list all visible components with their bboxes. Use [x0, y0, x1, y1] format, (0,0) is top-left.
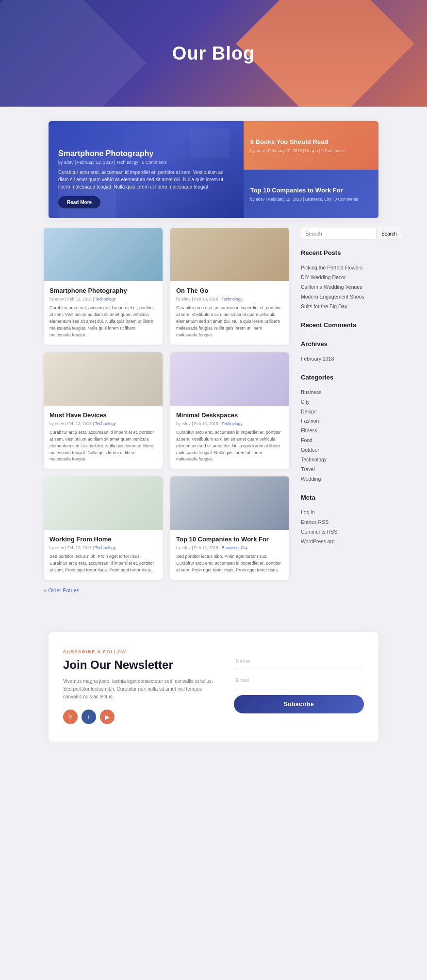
post-excerpt-minimal-deskspaces: Curabitur arcu erat, accumsan id imperdi… [176, 429, 283, 463]
post-title-minimal-deskspaces: Minimal Deskspaces [176, 411, 283, 419]
featured-side-item-2[interactable]: Top 10 Companies to Work For by edev | F… [244, 170, 378, 218]
recent-post-link[interactable]: California Wedding Venues [301, 283, 383, 292]
recent-post-link[interactable]: DIY Wedding Decor [301, 273, 383, 283]
recent-post-link[interactable]: Modern Engagement Shoos [301, 292, 383, 302]
page-bottom [0, 742, 427, 771]
archives-title: Archives [301, 340, 383, 349]
hero-title: Our Blog [172, 43, 255, 64]
post-meta-working-from-home: by edev | Feb 12, 2018 | Technology [49, 545, 157, 550]
recent-posts-title: Recent Posts [301, 249, 383, 258]
post-card-top-10-companies[interactable]: Top 10 Companies to Work Forby edev | Fe… [170, 476, 289, 580]
search-button[interactable]: Search [376, 228, 402, 239]
featured-side-meta-1: by edev | February 12, 2018 | Design | 0… [250, 148, 372, 153]
youtube-icon[interactable]: ▶ [100, 710, 115, 724]
category-link[interactable]: Food [301, 436, 383, 445]
post-title-working-from-home: Working From Home [49, 536, 157, 543]
newsletter-description: Vivamus magna justo, lacinia eget consec… [63, 678, 219, 701]
newsletter-section: SUBSCRIBE & FOLLOW Join Our Newsletter V… [49, 632, 378, 742]
post-excerpt-must-have-devices: Curabitur arcu erat, accumsan id imperdi… [49, 429, 157, 463]
email-input[interactable] [234, 673, 364, 687]
featured-main-content: Smartphone Photography by edev | Februar… [58, 149, 234, 208]
post-card-smartphone[interactable]: Smartphone Photographyby edev | Feb 12, … [44, 228, 163, 345]
recent-comments-title: Recent Comments [301, 321, 383, 331]
hero-section: Our Blog [0, 0, 427, 107]
posts-grid: Smartphone Photographyby edev | Feb 12, … [44, 228, 289, 580]
newsletter-right: Subscribe [234, 649, 364, 713]
post-meta-minimal-deskspaces: by edev | Feb 12, 2018 | Technology [176, 421, 283, 426]
post-title-top-10-companies: Top 10 Companies to Work For [176, 536, 283, 543]
post-meta-smartphone: by edev | Feb 12, 2018 | Technology [49, 297, 157, 301]
post-body-minimal-deskspaces: Minimal Deskspacesby edev | Feb 12, 2018… [170, 406, 289, 469]
social-icons: 𝕏 f ▶ [63, 710, 219, 724]
featured-side-title-2: Top 10 Companies to Work For [250, 187, 372, 194]
post-image-must-have-devices [44, 352, 163, 406]
sidebar-recent-posts: Recent Posts Picking the Perfect Flowers… [301, 249, 383, 312]
recent-post-link[interactable]: Suits for the Big Day [301, 302, 383, 312]
sidebar-meta: Meta Log inEntries RSSComments RSSWordPr… [301, 494, 383, 547]
post-body-must-have-devices: Must Have Devicesby edev | Feb 12, 2018 … [44, 406, 163, 469]
category-link[interactable]: Technology [301, 455, 383, 465]
post-body-working-from-home: Working From Homeby edev | Feb 12, 2018 … [44, 530, 163, 580]
category-link[interactable]: Business [301, 388, 383, 397]
meta-link[interactable]: WordPress.org [301, 537, 383, 547]
post-body-top-10-companies: Top 10 Companies to Work Forby edev | Fe… [170, 530, 289, 580]
sidebar-search: Search [301, 228, 383, 239]
post-excerpt-working-from-home: Sed porttitor lectus nibh. Proin eget to… [49, 553, 157, 574]
twitter-icon[interactable]: 𝕏 [63, 710, 78, 724]
category-link[interactable]: Fitness [301, 426, 383, 436]
post-meta-on-the-go: by edev | Feb 13, 2018 | Technology [176, 297, 283, 301]
sidebar: Search Recent Posts Picking the Perfect … [301, 228, 383, 593]
featured-side-posts: 6 Books You Should Read by edev | Februa… [244, 121, 378, 218]
posts-area: Smartphone Photographyby edev | Feb 12, … [44, 228, 289, 593]
featured-side-item-1[interactable]: 6 Books You Should Read by edev | Februa… [244, 121, 378, 170]
post-body-smartphone: Smartphone Photographyby edev | Feb 12, … [44, 281, 163, 345]
featured-posts-section: Smartphone Photography by edev | Februar… [49, 121, 378, 218]
category-link[interactable]: Outdoor [301, 445, 383, 455]
read-more-button[interactable]: Read More [58, 196, 100, 208]
post-image-top-10-companies [170, 476, 289, 530]
post-card-on-the-go[interactable]: On The Goby edev | Feb 13, 2018 | Techno… [170, 228, 289, 345]
facebook-icon[interactable]: f [82, 710, 96, 724]
category-link[interactable]: Wedding [301, 474, 383, 484]
meta-link[interactable]: Log in [301, 508, 383, 518]
post-card-working-from-home[interactable]: Working From Homeby edev | Feb 12, 2018 … [44, 476, 163, 580]
post-meta-top-10-companies: by edev | Feb 12, 2018 | Business, City [176, 545, 283, 550]
sidebar-recent-comments: Recent Comments [301, 321, 383, 331]
post-image-on-the-go [170, 228, 289, 281]
subscribe-button[interactable]: Subscribe [234, 695, 364, 713]
category-link[interactable]: Travel [301, 465, 383, 474]
post-title-must-have-devices: Must Have Devices [49, 411, 157, 419]
sidebar-categories: Categories BusinessCityDesignFashionFitn… [301, 374, 383, 484]
post-title-on-the-go: On The Go [176, 287, 283, 294]
post-meta-must-have-devices: by edev | Feb 12, 2018 | Technology [49, 421, 157, 426]
newsletter-label: SUBSCRIBE & FOLLOW [63, 649, 219, 654]
post-image-working-from-home [44, 476, 163, 530]
sidebar-archives: Archives February 2018 [301, 340, 383, 364]
featured-side-title-1: 6 Books You Should Read [250, 138, 372, 145]
categories-title: Categories [301, 374, 383, 383]
newsletter-title: Join Our Newsletter [63, 658, 219, 672]
meta-link[interactable]: Entries RSS [301, 518, 383, 527]
meta-link[interactable]: Comments RSS [301, 527, 383, 537]
category-link[interactable]: Fashion [301, 416, 383, 426]
featured-main-excerpt: Curabitur arcu erat, accumsan id imperdi… [58, 169, 234, 190]
featured-side-meta-2: by edev | February 12, 2018 | Business, … [250, 197, 372, 202]
post-card-minimal-deskspaces[interactable]: Minimal Deskspacesby edev | Feb 12, 2018… [170, 352, 289, 469]
search-input[interactable] [301, 228, 376, 239]
meta-title: Meta [301, 494, 383, 503]
post-body-on-the-go: On The Goby edev | Feb 13, 2018 | Techno… [170, 281, 289, 345]
featured-main-meta: by edev | February 12, 2018 | Technology… [58, 160, 234, 165]
newsletter-left: SUBSCRIBE & FOLLOW Join Our Newsletter V… [63, 649, 219, 724]
archive-link[interactable]: February 2018 [301, 354, 383, 364]
post-excerpt-smartphone: Curabitur arcu erat, accumsan id imperdi… [49, 305, 157, 339]
older-entries-link[interactable]: « Older Entries [44, 587, 289, 593]
post-card-must-have-devices[interactable]: Must Have Devicesby edev | Feb 12, 2018 … [44, 352, 163, 469]
name-input[interactable] [234, 654, 364, 668]
featured-main-title: Smartphone Photography [58, 149, 234, 158]
post-image-minimal-deskspaces [170, 352, 289, 406]
featured-main-post: Smartphone Photography by edev | Februar… [49, 121, 244, 218]
recent-post-link[interactable]: Picking the Perfect Flowers [301, 263, 383, 273]
category-link[interactable]: Design [301, 407, 383, 417]
category-link[interactable]: City [301, 397, 383, 407]
post-title-smartphone: Smartphone Photography [49, 287, 157, 294]
